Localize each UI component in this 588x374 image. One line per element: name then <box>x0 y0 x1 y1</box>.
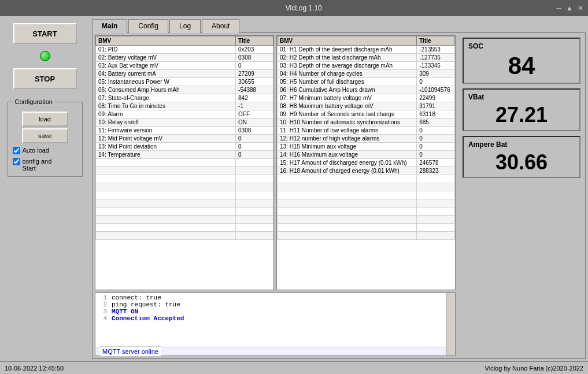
table-row: 02: H2 Depth of the last discharge mAh-1… <box>278 54 455 62</box>
bmv-cell: 03: H3 Depth of the average discharge mA… <box>278 62 417 70</box>
table-row: 11: Firmware version0308 <box>96 127 273 135</box>
bmv-cell: 07: H7 Minimum battery voltage mV <box>278 94 417 102</box>
title-cell: -101094576 <box>417 86 455 94</box>
title-cell: 309 <box>417 70 455 78</box>
table-row: 13: Mid Point deviation0 <box>96 143 273 151</box>
title-cell: 842 <box>236 94 273 102</box>
log-scrollbar[interactable] <box>446 293 455 356</box>
tab-log[interactable]: Log <box>169 19 201 33</box>
title-cell: 0x203 <box>236 46 273 54</box>
log-text: connect: true <box>112 294 161 301</box>
datetime: 10-06-2022 12:45:50 <box>5 365 64 372</box>
minimize-button[interactable]: ─ <box>557 4 562 12</box>
bmv-cell: 06: H6 Cumulative Amp Hours drawn <box>278 86 417 94</box>
tables-area: BMV Title 01: PID0x20302: Battery voltag… <box>93 33 458 292</box>
maximize-button[interactable]: ▲ <box>566 4 573 12</box>
title-cell: -1 <box>236 102 273 110</box>
close-button[interactable]: ✕ <box>578 4 583 12</box>
save-button[interactable]: save <box>22 128 68 143</box>
title-cell: 246578 <box>417 159 455 167</box>
config-and-start-label: config andStart <box>23 158 52 172</box>
title-cell: 30655 <box>236 78 273 86</box>
log-num: 2 <box>97 301 107 308</box>
table-row: 08: H8 Maximum battery voltage mV31791 <box>278 102 455 110</box>
title-cell: 27209 <box>236 70 273 78</box>
title-cell: 288323 <box>417 167 455 175</box>
log-line: 3MQTT ON <box>97 308 443 315</box>
log-content[interactable]: 1connect: true2ping request: true3MQTT O… <box>95 293 455 347</box>
table-row: 01: H1 Depth of the deepest discharge mA… <box>278 46 455 54</box>
left-table[interactable]: BMV Title 01: PID0x20302: Battery voltag… <box>95 35 274 290</box>
soc-value: 84 <box>468 53 575 79</box>
table-row: 09: AlarmOFF <box>96 110 273 119</box>
bmv-cell: 04: H4 Number of charge cycles <box>278 70 417 78</box>
config-and-start-checkbox[interactable] <box>13 158 20 165</box>
table-row: 13: H15 Minimum aux voltage0 <box>278 143 455 151</box>
table-row: 16: H18 Amount of charged energy (0.01 k… <box>278 167 455 175</box>
log-num: 4 <box>97 315 107 322</box>
bmv-cell: 06: Consumed Amp Hours mAh <box>96 86 236 94</box>
start-button[interactable]: START <box>13 23 77 44</box>
right-table[interactable]: BMV Title 01: H1 Depth of the deepest di… <box>276 35 456 290</box>
bmv-cell: 02: H2 Depth of the last discharge mAh <box>278 54 417 62</box>
title-cell: 0 <box>236 151 273 159</box>
log-text: MQTT ON <box>112 308 138 315</box>
configuration-group: Configuration load save Auto load config… <box>8 98 83 177</box>
bmv-cell: 14: Temperature <box>96 151 236 159</box>
soc-box: SOC 84 <box>463 38 580 84</box>
title-bar: VicLog 1.10 ─ ▲ ✕ <box>0 0 588 16</box>
left-panel: START STOP Configuration load save Auto … <box>0 16 90 361</box>
left-table-col1: BMV <box>96 36 236 46</box>
table-row: 04: H4 Number of charge cycles309 <box>278 70 455 78</box>
right-table-col1: BMV <box>278 36 417 46</box>
table-row: 12: H12 number of high voltage alarms0 <box>278 135 455 143</box>
title-cell: 63118 <box>417 110 455 119</box>
load-button[interactable]: load <box>22 112 68 127</box>
table-row: 02: Battery voltage mV0308 <box>96 54 273 62</box>
bmv-cell: 10: Relay on/off <box>96 119 236 127</box>
title-cell: 0 <box>236 135 273 143</box>
bmv-cell: 03: Aux Bat voltage mV <box>96 62 236 70</box>
title-cell: ON <box>236 119 273 127</box>
amp-label: Ampere Bat <box>468 140 575 149</box>
left-table-col2: Title <box>236 36 273 46</box>
app-title: VicLog 1.10 <box>51 4 557 12</box>
tab-about[interactable]: About <box>202 19 239 33</box>
table-row: 14: Temperature0 <box>96 151 273 159</box>
title-cell: 22499 <box>417 94 455 102</box>
status-bar: 10-06-2022 12:45:50 Viclog by Nuno Faria… <box>0 361 588 374</box>
table-row: 08: Time To Go in minutes-1 <box>96 102 273 110</box>
right-area: Main Config Log About BMV Title <box>90 16 588 361</box>
vbat-value: 27.21 <box>468 103 575 127</box>
bmv-cell: 05: Instantaneous Power W <box>96 78 236 86</box>
table-row: 03: Aux Bat voltage mV0 <box>96 62 273 70</box>
auto-load-checkbox[interactable] <box>13 147 20 154</box>
bmv-cell: 08: H8 Maximum battery voltage mV <box>278 102 417 110</box>
table-row: 11: H11 Number of low voltage alarms0 <box>278 127 455 135</box>
stop-button[interactable]: STOP <box>13 68 77 89</box>
copyright: Viclog by Nuno Faria (c)2020-2022 <box>485 365 583 372</box>
log-line: 1connect: true <box>97 294 443 301</box>
right-table-col2: Title <box>417 36 455 46</box>
tab-main[interactable]: Main <box>92 19 127 33</box>
tab-content: BMV Title 01: PID0x20302: Battery voltag… <box>92 33 586 359</box>
bmv-cell: 13: Mid Point deviation <box>96 143 236 151</box>
log-num: 1 <box>97 294 107 301</box>
bmv-cell: 02: Battery voltage mV <box>96 54 236 62</box>
bmv-cell: 08: Time To Go in minutes <box>96 102 236 110</box>
status-indicator <box>40 51 50 61</box>
table-row: 04: Battery current mA27209 <box>96 70 273 78</box>
table-row: 07: H7 Minimum battery voltage mV22499 <box>278 94 455 102</box>
bmv-cell: 01: PID <box>96 46 236 54</box>
table-row: 10: Relay on/offON <box>96 119 273 127</box>
bmv-cell: 01: H1 Depth of the deepest discharge mA… <box>278 46 417 54</box>
tab-config[interactable]: Config <box>128 19 168 33</box>
title-cell: 31791 <box>417 102 455 110</box>
table-row: 07: State-of-Charge842 <box>96 94 273 102</box>
title-cell: -133345 <box>417 62 455 70</box>
title-cell: OFF <box>236 110 273 119</box>
title-cell: 0 <box>417 143 455 151</box>
title-cell: 0 <box>236 143 273 151</box>
table-row: 05: Instantaneous Power W30655 <box>96 78 273 86</box>
vbat-label: VBat <box>468 93 575 101</box>
